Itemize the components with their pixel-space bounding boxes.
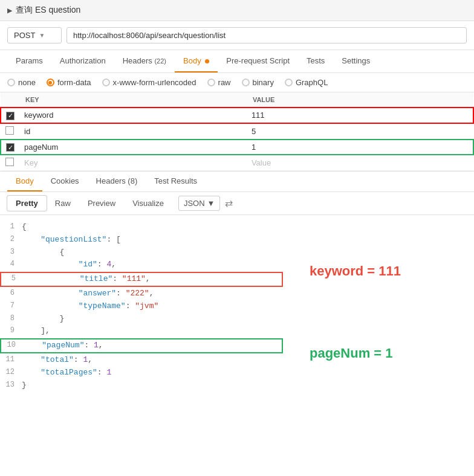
body-form-table: KEY VALUE ✓ keyword 111 id 5 ✓ pageNum 1… <box>0 92 474 171</box>
code-line-3: 3 { <box>0 246 305 259</box>
col-value: VALUE <box>247 92 473 108</box>
code-line-10: 10 "pageNum": 1, <box>0 338 283 353</box>
code-line-12: 12 "totalPages": 1 <box>0 367 305 379</box>
tab-headers[interactable]: Headers (22) <box>114 50 175 72</box>
preview-btn[interactable]: Preview <box>79 196 124 211</box>
resp-tab-test-results[interactable]: Test Results <box>146 172 206 191</box>
pretty-toolbar: Pretty Raw Preview Visualize JSON ▼ ⇄ <box>0 192 474 215</box>
code-area: 1 { 2 "questionList": [ 3 { 4 "id": 4, 5… <box>0 215 474 397</box>
checkbox-keyword[interactable]: ✓ <box>6 112 15 120</box>
radio-raw[interactable]: raw <box>207 78 231 87</box>
radio-form-data-circle <box>47 79 54 86</box>
format-select[interactable]: JSON ▼ <box>178 196 221 211</box>
key-id: id <box>24 127 30 136</box>
top-bar: ▶ 查询 ES question <box>0 0 474 21</box>
radio-urlencoded[interactable]: x-www-form-urlencoded <box>102 78 196 87</box>
val-pagenum: 1 <box>252 143 256 152</box>
table-row: ✓ pageNum 1 <box>1 140 473 155</box>
method-select[interactable]: POST ▼ <box>7 27 62 43</box>
tab-params[interactable]: Params <box>7 50 51 72</box>
tab-authorization[interactable]: Authorization <box>51 50 114 72</box>
col-key: KEY <box>19 92 247 108</box>
key-pagenum: pageNum <box>24 143 58 152</box>
method-label: POST <box>14 31 35 40</box>
table-row: Key Value <box>1 155 473 171</box>
tab-body[interactable]: Body <box>175 50 218 72</box>
expand-icon: ▶ <box>7 7 12 14</box>
checkbox-pagenum[interactable]: ✓ <box>6 143 15 152</box>
tab-tests[interactable]: Tests <box>298 50 333 72</box>
tab-settings[interactable]: Settings <box>333 50 378 72</box>
resp-tab-cookies[interactable]: Cookies <box>42 172 88 191</box>
table-row: id 5 <box>1 123 473 140</box>
val-keyword: 111 <box>252 111 265 120</box>
annotation-area: keyword = 111 pageNum = 1 <box>305 215 474 397</box>
annotation-keyword: keyword = 111 <box>310 263 401 278</box>
radio-none[interactable]: none <box>7 78 36 87</box>
code-line-5: 5 "title": "111", <box>0 272 283 287</box>
radio-raw-circle <box>207 79 215 86</box>
code-line-13: 13 } <box>0 379 305 392</box>
radio-urlencoded-circle <box>102 79 110 86</box>
resp-tabs: Body Cookies Headers (8) Test Results <box>0 171 474 192</box>
radio-graphql-circle <box>285 79 293 86</box>
val-placeholder: Value <box>252 158 271 167</box>
radio-form-data[interactable]: form-data <box>47 78 91 87</box>
val-id: 5 <box>252 127 256 136</box>
code-line-9: 9 ], <box>0 325 305 338</box>
method-caret-icon: ▼ <box>39 32 45 39</box>
checkbox-placeholder[interactable] <box>5 158 14 166</box>
code-line-4: 4 "id": 4, <box>0 259 305 271</box>
wrap-btn[interactable]: ⇄ <box>225 198 233 209</box>
radio-binary[interactable]: binary <box>242 78 274 87</box>
key-keyword: keyword <box>24 111 53 120</box>
format-label: JSON <box>184 199 205 208</box>
url-bar: POST ▼ <box>0 21 474 50</box>
code-line-8: 8 } <box>0 313 305 326</box>
visualize-btn[interactable]: Visualize <box>124 196 172 211</box>
code-line-11: 11 "total": 1, <box>0 354 305 367</box>
resp-tab-body[interactable]: Body <box>7 172 42 191</box>
radio-graphql[interactable]: GraphQL <box>285 78 328 87</box>
radio-row: none form-data x-www-form-urlencoded raw… <box>0 73 474 92</box>
tab-pre-request[interactable]: Pre-request Script <box>218 50 298 72</box>
tabs-row: Params Authorization Headers (22) Body P… <box>0 50 474 73</box>
url-input[interactable] <box>67 27 467 43</box>
radio-none-circle <box>7 79 15 86</box>
raw-btn[interactable]: Raw <box>47 196 79 211</box>
code-line-1: 1 { <box>0 221 305 234</box>
annotation-pagenum: pageNum = 1 <box>310 346 393 361</box>
resp-tab-headers[interactable]: Headers (8) <box>88 172 146 191</box>
page-title: 查询 ES question <box>16 5 80 16</box>
checkbox-id[interactable] <box>5 126 14 135</box>
table-row: ✓ keyword 111 <box>1 108 473 123</box>
radio-binary-circle <box>242 79 250 86</box>
code-line-7: 7 "typeName": "jvm" <box>0 300 305 313</box>
code-line-6: 6 "answer": "222", <box>0 288 305 300</box>
pretty-btn[interactable]: Pretty <box>7 196 47 211</box>
code-line-2: 2 "questionList": [ <box>0 234 305 246</box>
key-placeholder: Key <box>24 158 37 167</box>
format-caret-icon: ▼ <box>207 199 215 208</box>
code-block: 1 { 2 "questionList": [ 3 { 4 "id": 4, 5… <box>0 215 305 397</box>
